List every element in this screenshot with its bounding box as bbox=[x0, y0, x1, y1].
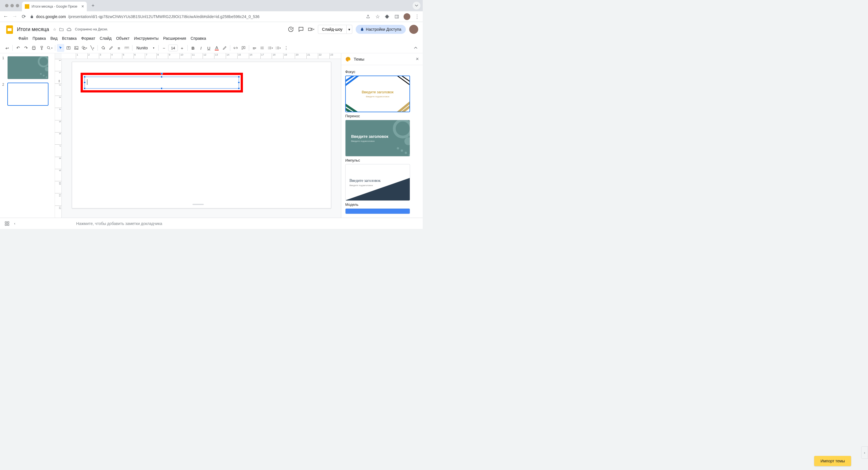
slide-thumb-2[interactable]: 2 bbox=[2, 83, 53, 106]
forward-button[interactable]: → bbox=[12, 14, 18, 20]
new-tab-button[interactable]: + bbox=[89, 2, 97, 9]
meet-icon[interactable]: ▾ bbox=[308, 26, 314, 33]
font-size-input[interactable]: 14 bbox=[168, 45, 178, 51]
extensions-icon[interactable] bbox=[384, 14, 390, 20]
maximize-window-icon[interactable] bbox=[16, 4, 19, 7]
document-title[interactable]: Итоги месяца bbox=[17, 27, 49, 32]
theme-option-model[interactable] bbox=[345, 208, 410, 214]
share-icon[interactable] bbox=[365, 14, 371, 20]
decrease-font-button[interactable]: − bbox=[160, 44, 168, 52]
chrome-menu-icon[interactable]: ⋮ bbox=[414, 14, 420, 20]
slide-thumb-1[interactable]: 1 bbox=[2, 56, 53, 79]
border-weight-button[interactable]: ≡ bbox=[115, 44, 123, 52]
slideshow-dropdown[interactable]: ▾ bbox=[347, 25, 352, 34]
horizontal-ruler[interactable]: 1234567891011121314151617181920212223 bbox=[62, 53, 341, 59]
insert-link-button[interactable] bbox=[232, 44, 239, 52]
text-color-button[interactable]: A bbox=[213, 44, 220, 52]
svg-rect-21 bbox=[8, 56, 49, 79]
tab-title: Итоги месяца - Google Презе bbox=[32, 4, 79, 8]
slides-logo-icon[interactable] bbox=[4, 24, 14, 34]
collapse-filmstrip-button[interactable]: ‹ bbox=[14, 221, 15, 226]
theme-option-focus[interactable]: Введите заголовок Введите подзаголовок bbox=[345, 76, 410, 112]
canvas-area: 1234567891011121314151617181920212223 11… bbox=[55, 53, 341, 218]
fill-color-button[interactable] bbox=[99, 44, 107, 52]
svg-point-41 bbox=[397, 147, 399, 149]
slide-canvas[interactable] bbox=[72, 62, 331, 208]
history-icon[interactable] bbox=[287, 26, 294, 33]
textbox-tool[interactable] bbox=[65, 44, 72, 52]
star-icon[interactable]: ☆ bbox=[53, 27, 56, 32]
grid-view-button[interactable] bbox=[4, 221, 9, 226]
font-selector[interactable]: Nunito▾ bbox=[134, 46, 157, 50]
font-name: Nunito bbox=[136, 46, 148, 50]
menu-file[interactable]: Файл bbox=[17, 35, 30, 42]
url-field[interactable]: docs.google.com/presentation/d/1-qp78zwC… bbox=[30, 14, 362, 19]
browser-tab[interactable]: Итоги месяца - Google Презе × bbox=[22, 2, 87, 11]
bookmark-icon[interactable]: ☆ bbox=[375, 14, 380, 20]
line-tool[interactable]: ╲▾ bbox=[89, 44, 96, 52]
share-label: Настройки Доступа bbox=[366, 27, 401, 32]
reload-button[interactable]: ⟳ bbox=[21, 14, 27, 20]
border-color-button[interactable] bbox=[107, 44, 115, 52]
sidepanel-icon[interactable] bbox=[394, 14, 400, 20]
menu-view[interactable]: Вид bbox=[49, 35, 59, 42]
tabstrip-collapse-button[interactable] bbox=[412, 2, 421, 9]
insert-comment-button[interactable] bbox=[240, 44, 247, 52]
theme-name: Фокус bbox=[345, 70, 419, 74]
slideshow-button[interactable]: Слайд-шоу bbox=[318, 25, 347, 34]
shape-tool[interactable]: ▾ bbox=[81, 44, 88, 52]
menu-object[interactable]: Объект bbox=[114, 35, 132, 42]
rotate-handle[interactable] bbox=[161, 72, 163, 75]
account-avatar[interactable] bbox=[409, 25, 418, 34]
highlight-button[interactable] bbox=[221, 44, 228, 52]
underline-button[interactable]: U bbox=[205, 44, 213, 52]
share-button[interactable]: Настройки Доступа bbox=[355, 25, 406, 34]
theme-option-impulse[interactable]: Введите заголовок Введите подзаголовок bbox=[345, 164, 410, 201]
back-button[interactable]: ← bbox=[3, 14, 8, 20]
close-sidebar-button[interactable]: × bbox=[416, 56, 419, 62]
numbered-list-button[interactable]: 123▾ bbox=[275, 44, 282, 52]
cloud-saved-icon[interactable] bbox=[66, 27, 72, 31]
title-textbox[interactable] bbox=[85, 77, 239, 89]
minimize-window-icon[interactable] bbox=[10, 4, 14, 7]
profile-avatar[interactable] bbox=[404, 13, 410, 20]
line-spacing-button[interactable] bbox=[259, 44, 266, 52]
undo-button[interactable]: ↶ bbox=[14, 44, 22, 52]
increase-font-button[interactable]: + bbox=[178, 44, 186, 52]
menu-slide[interactable]: Слайд bbox=[98, 35, 114, 42]
move-icon[interactable] bbox=[59, 27, 64, 31]
menu-help[interactable]: Справка bbox=[189, 35, 208, 42]
theme-option-transition[interactable]: Введите заголовок Введите подзаголовок bbox=[345, 120, 410, 156]
new-slide-button[interactable]: +▾ bbox=[3, 44, 11, 52]
indent-handle-icon[interactable]: ⇕ bbox=[58, 79, 61, 83]
toolbar: +▾ ↶ ↷ ▾ ▾ ╲▾ ≡ Nunito▾ − 14 + B I U A ≡… bbox=[0, 43, 423, 53]
bulleted-list-button[interactable]: ▾ bbox=[267, 44, 274, 52]
bold-button[interactable]: B bbox=[189, 44, 197, 52]
speaker-notes-input[interactable]: Нажмите, чтобы добавить заметки докладчи… bbox=[76, 221, 418, 226]
more-tools-button[interactable]: ⋮ bbox=[282, 44, 290, 52]
image-tool[interactable] bbox=[73, 44, 80, 52]
svg-line-5 bbox=[49, 49, 51, 50]
close-window-icon[interactable] bbox=[5, 4, 8, 7]
themes-list[interactable]: Фокус Введите заголовок Введите подзагол… bbox=[341, 65, 423, 218]
paint-format-button[interactable] bbox=[38, 44, 45, 52]
close-tab-icon[interactable]: × bbox=[82, 4, 84, 9]
notes-resize-handle[interactable] bbox=[192, 204, 204, 205]
border-dash-button[interactable] bbox=[123, 44, 130, 52]
select-tool[interactable] bbox=[57, 44, 64, 52]
align-button[interactable]: ≡▾ bbox=[251, 44, 258, 52]
menu-format[interactable]: Формат bbox=[79, 35, 97, 42]
menu-tools[interactable]: Инструменты bbox=[132, 35, 161, 42]
print-button[interactable] bbox=[30, 44, 37, 52]
redo-button[interactable]: ↷ bbox=[22, 44, 30, 52]
svg-point-29 bbox=[349, 58, 349, 59]
comments-icon[interactable] bbox=[298, 26, 304, 33]
menu-insert[interactable]: Вставка bbox=[60, 35, 79, 42]
menu-extensions[interactable]: Расширения bbox=[161, 35, 188, 42]
menu-edit[interactable]: Правка bbox=[30, 35, 48, 42]
zoom-button[interactable]: ▾ bbox=[46, 44, 53, 52]
italic-button[interactable]: I bbox=[197, 44, 205, 52]
collapse-toolbar-button[interactable] bbox=[412, 44, 420, 52]
svg-point-39 bbox=[394, 120, 410, 137]
slide-panel[interactable]: 1 2 bbox=[0, 53, 55, 218]
